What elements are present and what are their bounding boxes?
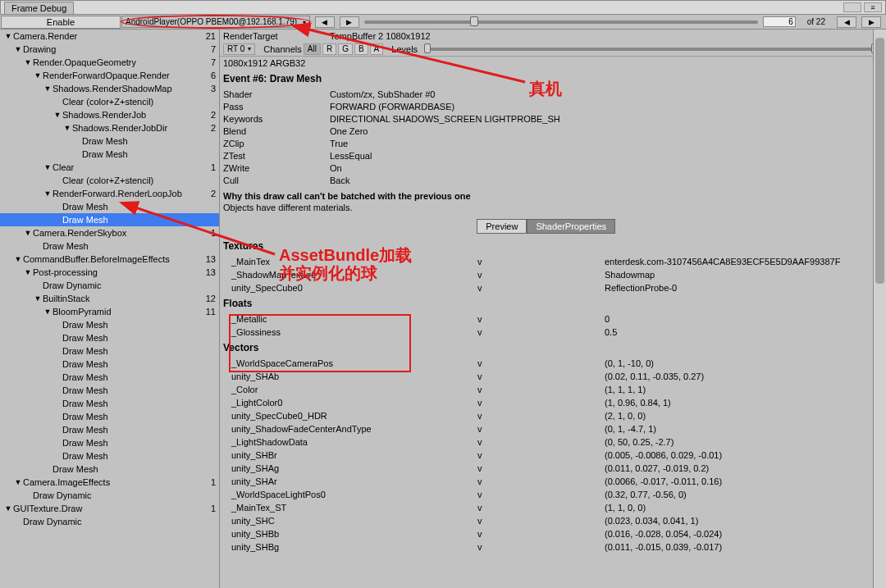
tree-row[interactable]: Draw Mesh [0, 148, 219, 161]
levels-thumb-left[interactable] [424, 43, 431, 53]
player-dropdown[interactable]: AndroidPlayer(OPPO PBEM00@192.168.1.79) … [121, 16, 310, 28]
channel-b[interactable]: B [354, 43, 368, 55]
prop-key: ZTest [223, 151, 330, 161]
tree-row[interactable]: Draw Mesh [0, 344, 219, 358]
prev-button-2[interactable]: ◀ [837, 16, 856, 28]
shader-prop-type: v [477, 385, 605, 394]
expand-arrow[interactable]: ▼ [43, 163, 53, 171]
tree-row[interactable]: ▼Shadows.RenderShadowMap3 [0, 82, 219, 95]
shader-prop-row: unity_SpecCube0vReflectionProbe-0 [220, 281, 886, 294]
tree-row[interactable]: ▼Render.OpaqueGeometry7 [0, 56, 219, 69]
slider-thumb[interactable] [470, 16, 478, 26]
channel-r[interactable]: R [322, 43, 336, 55]
tree-row[interactable]: Draw Mesh [0, 463, 219, 476]
expand-arrow[interactable]: ▼ [33, 71, 43, 80]
expand-arrow[interactable]: ▼ [3, 32, 13, 40]
render-target-value: TempBuffer 2 1080x1912 [330, 31, 431, 41]
levels-slider[interactable] [424, 48, 878, 51]
next-button-2[interactable]: ▶ [861, 16, 881, 28]
tree-row[interactable]: Draw Mesh [0, 384, 219, 397]
scrollbar-vertical[interactable] [873, 30, 886, 588]
menu-icon[interactable]: ≡ [864, 2, 882, 12]
expand-arrow[interactable]: ▼ [23, 268, 33, 276]
expand-arrow[interactable]: ▼ [13, 45, 23, 53]
shader-prop-name: unity_SHBg [223, 542, 477, 552]
window-tab[interactable]: Frame Debug [4, 2, 74, 14]
next-frame-button[interactable]: ▶ [340, 16, 359, 28]
tree-row[interactable]: ▼BuiltinStack12 [0, 292, 219, 305]
expand-arrow[interactable]: ▼ [53, 111, 62, 119]
expand-arrow[interactable]: ▼ [13, 478, 23, 486]
channel-a[interactable]: A [370, 43, 384, 55]
tree-row[interactable]: Draw Mesh [0, 371, 219, 384]
tree-row[interactable]: Draw Mesh [0, 200, 219, 213]
lock-icon[interactable] [843, 2, 861, 12]
expand-arrow[interactable]: ▼ [3, 504, 13, 513]
tree-row[interactable]: Draw Dynamic [0, 279, 219, 292]
tree-row[interactable]: ▼RenderForward.RenderLoopJob2 [0, 187, 219, 200]
frame-input[interactable] [763, 16, 796, 27]
tree-row[interactable]: ▼Post-processing13 [0, 266, 219, 279]
tree-row[interactable]: ▼Shadows.RenderJob2 [0, 108, 219, 121]
tree-label: Clear (color+Z+stencil) [62, 175, 199, 185]
tree-row[interactable]: Draw Mesh [0, 423, 219, 436]
tree-row[interactable]: Draw Mesh [0, 410, 219, 423]
tree-row[interactable]: ▼Camera.RenderSkybox1 [0, 226, 219, 239]
tree-row[interactable]: ▼CommandBuffer.BeforeImageEffects13 [0, 253, 219, 266]
tree-row[interactable]: Draw Mesh [0, 436, 219, 449]
tree-row[interactable]: Draw Mesh [0, 213, 219, 226]
tree-row[interactable]: ▼Camera.Render21 [0, 30, 219, 43]
prev-frame-button[interactable]: ◀ [315, 16, 335, 28]
tree-row[interactable]: Draw Mesh [0, 134, 219, 148]
expand-arrow[interactable]: ▼ [43, 308, 53, 316]
scrollbar-thumb[interactable] [875, 38, 884, 284]
tree-row[interactable]: Draw Mesh [0, 397, 219, 410]
tree-label: Drawing [23, 44, 199, 54]
tree-row[interactable]: ▼BloomPyramid11 [0, 305, 219, 318]
expand-arrow[interactable]: ▼ [23, 229, 33, 237]
tree-row[interactable]: ▼Camera.ImageEffects1 [0, 476, 219, 489]
prop-value: On [330, 163, 342, 173]
tree-row[interactable]: Draw Mesh [0, 449, 219, 463]
expand-arrow[interactable]: ▼ [33, 294, 43, 303]
frame-slider[interactable] [364, 21, 758, 24]
tree-count: 2 [199, 189, 216, 198]
expand-arrow[interactable]: ▼ [23, 58, 33, 66]
tree-count: 2 [199, 123, 216, 133]
tree-label: Shadows.RenderJobDir [72, 123, 199, 133]
shader-properties-tab[interactable]: ShaderProperties [527, 219, 615, 234]
tree-row[interactable]: Clear (color+Z+stencil) [0, 174, 219, 187]
tree-row[interactable]: ▼Drawing7 [0, 43, 219, 56]
tree-row[interactable]: ▼Clear1 [0, 161, 219, 174]
toolbar: Enable AndroidPlayer(OPPO PBEM00@192.168… [0, 15, 886, 30]
shader-prop-type: v [477, 490, 605, 499]
tree-row[interactable]: Draw Mesh [0, 331, 219, 344]
tree-row[interactable]: ▼RenderForwardOpaque.Render6 [0, 69, 219, 82]
preview-tab[interactable]: Preview [477, 219, 527, 234]
channel-all[interactable]: All [304, 43, 321, 55]
channel-g[interactable]: G [338, 43, 353, 55]
tree-count: 1 [199, 477, 216, 487]
tree-row[interactable]: Draw Dynamic [0, 515, 219, 528]
tree-row[interactable]: Clear (color+Z+stencil) [0, 95, 219, 108]
expand-arrow[interactable]: ▼ [43, 189, 53, 198]
tree-row[interactable]: Draw Mesh [0, 318, 219, 331]
frame-slider-area: ◀ ▶ of 22 ◀ ▶ [310, 16, 886, 28]
shader-prop-name: unity_SHAg [223, 463, 477, 473]
tree-row[interactable]: Draw Dynamic [0, 489, 219, 502]
shader-prop-type: v [477, 463, 605, 473]
tree-row[interactable]: Draw Mesh [0, 239, 219, 253]
expand-arrow[interactable]: ▼ [43, 84, 53, 93]
enable-button[interactable]: Enable [1, 16, 121, 29]
shader-prop-row: unity_SHBbv(0.016, -0.028, 0.054, -0.024… [220, 527, 886, 540]
shader-prop-name: unity_ShadowFadeCenterAndType [223, 424, 477, 434]
tree-label: Draw Mesh [82, 149, 199, 159]
tree-row[interactable]: Draw Mesh [0, 358, 219, 371]
expand-arrow[interactable]: ▼ [13, 255, 23, 263]
shader-prop-value: (0, 1, -4.7, 1) [605, 424, 883, 434]
shader-prop-name: unity_SHAr [223, 476, 477, 486]
rt-dropdown[interactable]: RT 0▾ [223, 43, 255, 55]
expand-arrow[interactable]: ▼ [62, 124, 72, 132]
tree-row[interactable]: ▼GUITexture.Draw1 [0, 502, 219, 515]
tree-row[interactable]: ▼Shadows.RenderJobDir2 [0, 121, 219, 134]
